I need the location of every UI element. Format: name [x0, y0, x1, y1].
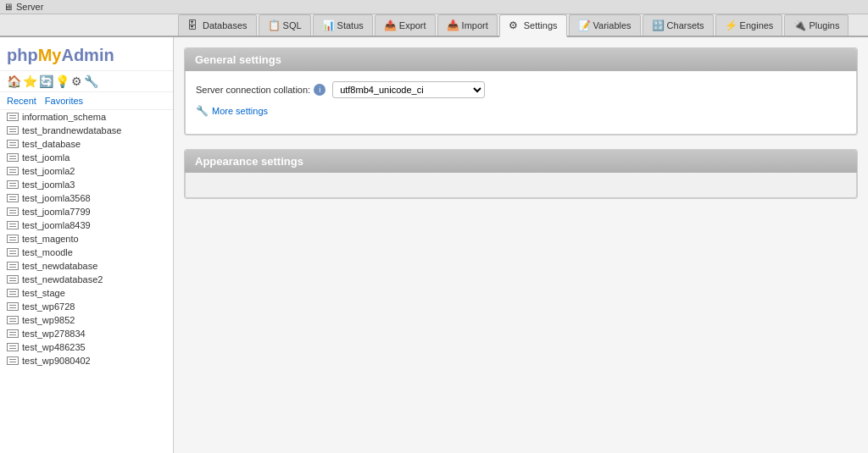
recent-favorites-bar: Recent Favorites: [0, 92, 173, 110]
engines-tab-icon: [725, 19, 737, 31]
export-tab-label: Export: [399, 20, 426, 30]
database-name: test_joomla2: [22, 166, 75, 176]
database-name: test_joomla7799: [22, 207, 91, 217]
database-icon: [7, 329, 19, 338]
tab-import[interactable]: Import: [437, 14, 498, 36]
info-icon[interactable]: 💡: [55, 75, 70, 88]
list-item[interactable]: test_wp278834: [0, 327, 173, 340]
tab-export[interactable]: Export: [375, 14, 436, 36]
export-tab-icon: [384, 19, 396, 31]
list-item[interactable]: test_brandnewdatabase: [0, 124, 173, 137]
database-icon: [7, 302, 19, 311]
list-item[interactable]: test_wp486235: [0, 340, 173, 354]
tab-plugins[interactable]: Plugins: [784, 14, 849, 36]
home-icon[interactable]: 🏠: [7, 75, 21, 88]
main-layout: phpMyAdmin 🏠 ⭐ 🔄 💡 ⚙ 🔧 Recent Favorites …: [0, 37, 868, 453]
databases-tab-label: Databases: [203, 20, 248, 30]
database-name: test_wp486235: [22, 342, 86, 352]
list-item[interactable]: test_joomla7799: [0, 205, 173, 218]
settings-tab-icon: [509, 19, 520, 31]
appearance-settings-header: Appearance settings: [185, 150, 857, 173]
database-name: test_wp278834: [22, 329, 86, 339]
settings-icon[interactable]: ⚙: [71, 75, 82, 88]
list-item[interactable]: test_stage: [0, 286, 173, 300]
list-item[interactable]: test_moodle: [0, 246, 173, 259]
sidebar: phpMyAdmin 🏠 ⭐ 🔄 💡 ⚙ 🔧 Recent Favorites …: [0, 37, 174, 453]
databases-tab-icon: [187, 19, 199, 31]
database-name: test_magento: [22, 234, 79, 244]
list-item[interactable]: test_joomla3: [0, 178, 173, 191]
more-settings-link[interactable]: 🔧 More settings: [196, 105, 268, 117]
tab-engines[interactable]: Engines: [715, 14, 783, 36]
database-icon: [7, 113, 19, 121]
logo: phpMyAdmin: [7, 46, 114, 64]
plugins-tab-icon: [793, 19, 805, 31]
list-item[interactable]: information_schema: [0, 110, 173, 124]
database-icon: [7, 235, 19, 243]
database-icon: [7, 194, 19, 202]
list-item[interactable]: test_wp6728: [0, 300, 173, 313]
settings-tab-label: Settings: [524, 20, 558, 30]
database-icon: [7, 126, 19, 135]
database-name: test_wp9080402: [22, 356, 91, 366]
tab-status[interactable]: Status: [313, 14, 373, 36]
tab-databases[interactable]: Databases: [178, 14, 257, 36]
more-settings-row: 🔧 More settings: [196, 105, 846, 117]
server-label: Server: [16, 2, 43, 12]
database-icon: [7, 289, 19, 297]
recent-link[interactable]: Recent: [7, 96, 36, 106]
collation-row: Server connection collation: i utf8mb4_u…: [196, 81, 846, 98]
database-name: test_wp6728: [22, 301, 75, 312]
database-name: test_joomla8439: [22, 220, 91, 230]
list-item[interactable]: test_joomla2: [0, 164, 173, 178]
database-list: information_schematest_brandnewdatabaset…: [0, 110, 173, 367]
database-icon: [7, 248, 19, 257]
tab-charsets[interactable]: Charsets: [643, 14, 714, 36]
database-name: test_newdatabase2: [22, 274, 103, 285]
tab-variables[interactable]: Variables: [569, 14, 641, 36]
list-item[interactable]: test_wp9852: [0, 313, 173, 327]
list-item[interactable]: test_joomla8439: [0, 218, 173, 232]
logo-area: phpMyAdmin: [0, 41, 173, 71]
list-item[interactable]: test_newdatabase: [0, 259, 173, 273]
charsets-tab-label: Charsets: [667, 20, 704, 30]
wrench-icon: 🔧: [196, 105, 209, 117]
database-name: test_joomla3: [22, 180, 75, 190]
database-icon: [7, 275, 19, 284]
refresh-icon[interactable]: 🔄: [39, 75, 53, 88]
sidebar-icons: 🏠 ⭐ 🔄 💡 ⚙ 🔧: [0, 71, 173, 92]
database-icon: [7, 262, 19, 270]
star-icon[interactable]: ⭐: [23, 75, 37, 88]
database-icon: [7, 180, 19, 189]
general-settings-header: General settings: [185, 48, 857, 71]
tab-sql[interactable]: SQL: [259, 14, 311, 36]
sql-tab-label: SQL: [283, 20, 302, 30]
database-icon: [7, 140, 19, 148]
list-item[interactable]: test_database: [0, 137, 173, 151]
list-item[interactable]: test_magento: [0, 232, 173, 246]
database-name: test_moodle: [22, 247, 73, 257]
status-tab-icon: [322, 19, 334, 31]
collation-info-icon[interactable]: i: [314, 84, 326, 96]
database-name: test_brandnewdatabase: [22, 125, 121, 135]
wrench-sidebar-icon[interactable]: 🔧: [84, 75, 98, 88]
list-item[interactable]: test_newdatabase2: [0, 273, 173, 286]
list-item[interactable]: test_joomla: [0, 151, 173, 164]
nav-tabs: DatabasesSQLStatusExportImportSettingsVa…: [0, 14, 868, 37]
collation-select[interactable]: utf8mb4_unicode_ciutf8_general_cilatin1_…: [332, 81, 485, 98]
database-name: test_database: [22, 139, 81, 149]
list-item[interactable]: test_wp9080402: [0, 354, 173, 367]
tab-settings[interactable]: Settings: [499, 14, 567, 37]
database-icon: [7, 221, 19, 229]
import-tab-icon: [447, 19, 459, 31]
database-name: test_joomla: [22, 152, 70, 163]
sql-tab-icon: [268, 19, 280, 31]
database-icon: [7, 316, 19, 324]
favorites-link[interactable]: Favorites: [45, 96, 83, 106]
charsets-tab-icon: [652, 19, 664, 31]
database-name: test_wp9852: [22, 315, 75, 325]
list-item[interactable]: test_joomla3568: [0, 191, 173, 205]
database-icon: [7, 343, 19, 351]
engines-tab-label: Engines: [740, 20, 774, 30]
server-icon: 🖥: [3, 2, 13, 12]
